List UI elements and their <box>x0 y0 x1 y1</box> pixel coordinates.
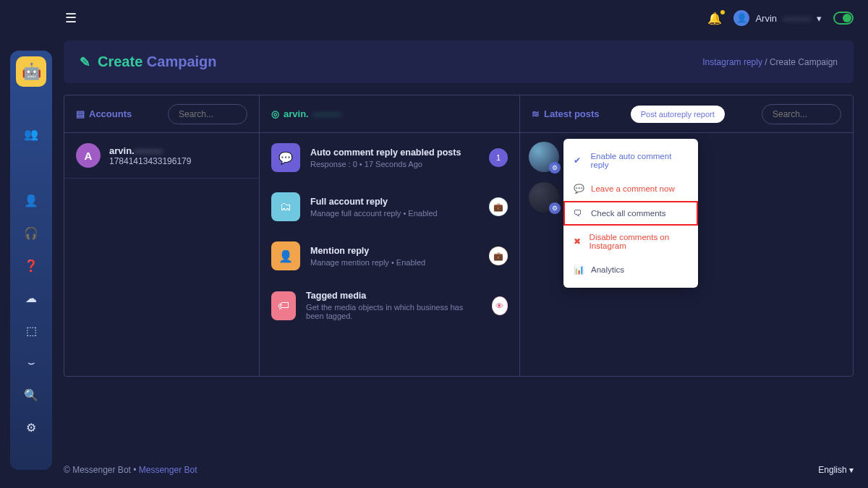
sidebar-users-icon[interactable]: 👥 <box>24 127 38 141</box>
menu-item-label: Disable comments on Instagram <box>590 233 688 250</box>
sidebar-settings-icon[interactable]: ⚙ <box>26 421 36 435</box>
status-toggle-icon[interactable] <box>833 12 854 25</box>
tool-icon: 🗂 <box>271 192 300 221</box>
tool-subtitle: Manage mention reply • Enabled <box>310 258 425 267</box>
panel-latest-posts: ≋ Latest posts Post autoreply report ⚙ ⚙… <box>520 95 853 376</box>
avatar-icon: 👤 <box>733 10 749 26</box>
menu-item[interactable]: 💬Leave a comment now <box>563 176 698 201</box>
menu-item-label: Leave a comment now <box>591 184 675 193</box>
user-menu[interactable]: 👤 Arvin ——— ▾ <box>733 10 822 26</box>
panel-tools: ◎ arvin.——— 💬Auto comment reply enabled … <box>260 95 520 376</box>
accounts-search-input[interactable] <box>168 104 247 124</box>
panel-posts-title: ≋ Latest posts <box>532 108 600 119</box>
menu-item-icon: ✔ <box>574 155 583 166</box>
page-title: ✎ Create Campaign <box>80 53 217 70</box>
tool-subtitle: Get the media objects in which business … <box>306 303 481 320</box>
chevron-down-icon: ▾ <box>849 465 854 475</box>
menu-item[interactable]: 🗨Check all comments <box>563 201 698 226</box>
instagram-icon: ◎ <box>271 108 279 119</box>
tool-title: Auto comment reply enabled posts <box>310 147 461 158</box>
chevron-down-icon: ▾ <box>817 13 822 24</box>
menu-item-label: Check all comments <box>591 209 666 218</box>
pen-icon: ✎ <box>80 54 90 70</box>
tool-subtitle: Manage full account reply • Enabled <box>310 209 438 218</box>
menu-item-icon: ✖ <box>574 236 582 247</box>
feed-icon: ≋ <box>532 108 540 119</box>
hamburger-icon[interactable]: ☰ <box>65 10 77 26</box>
gear-icon[interactable]: ⚙ <box>549 162 561 174</box>
tool-badge[interactable]: 💼 <box>489 247 508 265</box>
footer-copyright: © Messenger Bot <box>64 465 131 475</box>
tool-icon: 👤 <box>271 241 300 270</box>
sidebar-download-icon[interactable]: ☁ <box>25 291 37 305</box>
menu-item[interactable]: 📊Analytics <box>563 257 698 282</box>
tool-row[interactable]: 🗂Full account replyManage full account r… <box>260 182 519 231</box>
gear-icon[interactable]: ⚙ <box>549 202 561 214</box>
user-name: Arvin <box>755 13 777 24</box>
breadcrumb-current: Create Campaign <box>770 57 838 67</box>
tool-row[interactable]: 🏷Tagged mediaGet the media objects in wh… <box>260 281 519 330</box>
account-avatar: A <box>76 143 101 168</box>
sidebar-network-icon[interactable]: ⬚ <box>26 324 37 338</box>
breadcrumb: Instagram reply / Create Campaign <box>702 57 838 67</box>
tool-subtitle: Response : 0 • 17 Seconds Ago <box>310 160 461 168</box>
post-thumbnail[interactable]: ⚙ <box>529 142 559 172</box>
sidebar-save-icon[interactable]: ⌣ <box>27 356 35 369</box>
tool-badge[interactable]: 👁 <box>492 296 508 315</box>
tool-icon: 🏷 <box>271 291 296 320</box>
tool-row[interactable]: 💬Auto comment reply enabled postsRespons… <box>260 133 519 182</box>
tool-badge[interactable]: 1 <box>489 148 508 167</box>
post-autoreply-report-button[interactable]: Post autoreply report <box>631 106 725 123</box>
notifications-icon[interactable]: 🔔 <box>707 12 722 25</box>
menu-item-label: Analytics <box>591 265 624 274</box>
panel-accounts: ▤ Accounts A arvin.——— 17841413433196179 <box>64 95 260 376</box>
post-thumbnail[interactable]: ⚙ <box>529 182 559 213</box>
sidebar-profile-icon[interactable]: 👤 <box>24 194 38 207</box>
menu-item-icon: 💬 <box>574 184 584 194</box>
menu-item[interactable]: ✔Enable auto comment reply <box>563 145 698 176</box>
tool-title: Tagged media <box>306 291 481 301</box>
tool-badge[interactable]: 💼 <box>489 197 508 216</box>
sidebar-activity-icon[interactable]: ゝ <box>25 160 37 175</box>
menu-item-icon: 📊 <box>574 265 584 275</box>
account-name: arvin. <box>109 145 135 156</box>
sidebar-search-icon[interactable]: 🔍 <box>24 388 38 402</box>
tool-title: Full account reply <box>310 197 438 207</box>
menu-item-icon: 🗨 <box>574 208 584 218</box>
page-header: ✎ Create Campaign Instagram reply / Crea… <box>64 40 854 83</box>
menu-item[interactable]: ✖Disable comments on Instagram <box>563 226 698 257</box>
tool-title: Mention reply <box>310 246 425 256</box>
panel-tools-title: ◎ arvin.——— <box>271 108 341 119</box>
language-selector[interactable]: English ▾ <box>818 465 854 475</box>
account-row[interactable]: A arvin.——— 17841413433196179 <box>64 133 259 179</box>
menu-item-label: Enable auto comment reply <box>590 152 688 169</box>
footer-link[interactable]: Messenger Bot <box>139 465 197 475</box>
breadcrumb-parent[interactable]: Instagram reply <box>702 57 762 67</box>
card-icon: ▤ <box>76 108 85 119</box>
user-name-hidden: ——— <box>783 13 811 24</box>
sidebar-support-icon[interactable]: 🎧 <box>24 226 38 240</box>
posts-search-input[interactable] <box>762 104 841 124</box>
tool-row[interactable]: 👤Mention replyManage mention reply • Ena… <box>260 231 519 281</box>
tool-icon: 💬 <box>271 143 300 172</box>
footer: © Messenger Bot • Messenger Bot English … <box>64 465 854 475</box>
sidebar: 🤖 👥 ゝ 👤 🎧 ❓ ☁ ⬚ ⌣ 🔍 ⚙ <box>10 51 52 470</box>
post-context-menu: ✔Enable auto comment reply💬Leave a comme… <box>563 139 698 288</box>
panel-accounts-title: ▤ Accounts <box>76 108 132 119</box>
sidebar-help-icon[interactable]: ❓ <box>24 259 38 273</box>
account-id: 17841413433196179 <box>109 156 191 166</box>
app-logo[interactable]: 🤖 <box>16 56 46 87</box>
